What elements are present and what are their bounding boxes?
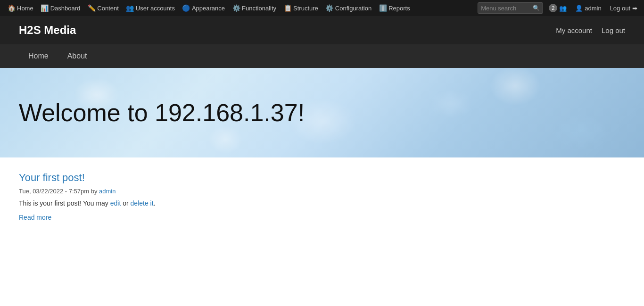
toolbar-label-content: Content [97,5,119,12]
toolbar-label-functionality: Functionality [242,5,276,12]
users-icon: 👥 [559,5,567,12]
dashboard-icon: 📊 [41,4,49,12]
post-item: Your first post! Tue, 03/22/2022 - 7:57p… [19,172,625,221]
post-body: This is your first post! You may edit or… [19,199,625,207]
toolbar-label-appearance: Appearance [192,5,225,12]
toolbar-item-home[interactable]: 🏠Home [4,0,37,16]
configuration-icon: ⚙️ [326,4,333,12]
site-header: H2S Media My account Log out [0,16,644,44]
structure-icon: 📋 [284,4,291,12]
toolbar-logout-label: Log out [610,5,630,12]
toolbar-item-appearance[interactable]: 🔵Appearance [179,0,229,16]
logout-icon: ➡ [632,5,637,12]
post-author-link[interactable]: admin [99,188,116,195]
toolbar-item-structure[interactable]: 📋Structure [280,0,322,16]
site-nav-home[interactable]: Home [19,45,58,67]
appearance-icon: 🔵 [182,4,190,12]
toolbar-label-configuration: Configuration [335,5,372,12]
toolbar-item-dashboard[interactable]: 📊Dashboard [37,0,84,16]
site-logo[interactable]: H2S Media [19,24,76,37]
home-icon: 🏠 [8,4,15,12]
menu-search-box[interactable]: 🔍 [478,2,543,14]
admin-toolbar: 🏠Home📊Dashboard✏️Content👥User accounts🔵A… [0,0,644,16]
read-more-link[interactable]: Read more [19,214,51,221]
toolbar-logout-button[interactable]: Log out ➡ [607,5,640,12]
toolbar-item-functionality[interactable]: ⚙️Functionality [229,0,280,16]
my-account-link[interactable]: My account [556,26,592,34]
admin-user[interactable]: 👤 admin [572,5,604,12]
hero-title: Welcome to 192.168.1.37! [19,99,305,127]
toolbar-label-user-accounts: User accounts [136,5,175,12]
toolbar-item-configuration[interactable]: ⚙️Configuration [322,0,375,16]
toolbar-label-dashboard: Dashboard [50,5,81,12]
main-content: Your first post! Tue, 03/22/2022 - 7:57p… [0,157,644,235]
edit-link[interactable]: edit [110,199,121,207]
notification-badge[interactable]: 2 👥 [546,4,570,12]
hero-banner: Welcome to 192.168.1.37! [0,68,644,157]
functionality-icon: ⚙️ [232,4,240,12]
site-nav: Home About [0,44,644,68]
notification-count: 2 [549,4,557,12]
menu-search-input[interactable] [481,5,533,12]
toolbar-item-reports[interactable]: ℹ️Reports [375,0,414,16]
header-nav: My account Log out [556,26,625,34]
post-meta: Tue, 03/22/2022 - 7:57pm by admin [19,188,625,195]
user-accounts-icon: 👥 [126,4,134,12]
toolbar-item-user-accounts[interactable]: 👥User accounts [123,0,179,16]
toolbar-label-home: Home [17,5,33,12]
toolbar-item-content[interactable]: ✏️Content [84,0,123,16]
content-icon: ✏️ [88,4,95,12]
user-icon: 👤 [575,5,583,12]
post-title-link[interactable]: Your first post! [19,172,625,184]
delete-link[interactable]: delete it [131,199,154,207]
reports-icon: ℹ️ [379,4,387,12]
search-icon: 🔍 [533,5,540,11]
username-label: admin [585,5,601,12]
toolbar-label-reports: Reports [388,5,410,12]
log-out-link[interactable]: Log out [602,26,625,34]
site-nav-about[interactable]: About [58,45,97,67]
toolbar-label-structure: Structure [293,5,318,12]
